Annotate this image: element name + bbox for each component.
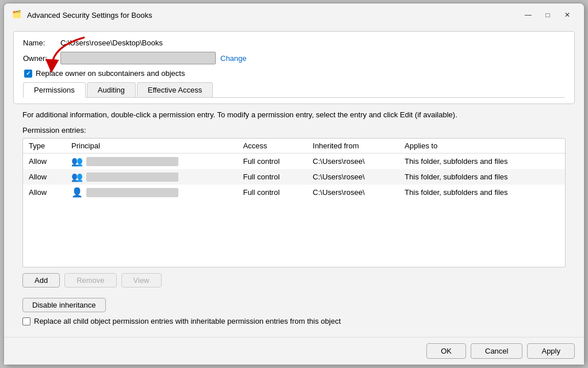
tab-effective-access[interactable]: Effective Access bbox=[137, 82, 213, 97]
cancel-button[interactable]: Cancel bbox=[471, 343, 522, 359]
replace-owner-label: Replace owner on subcontainers and objec… bbox=[36, 69, 185, 78]
content-area: Name: C:\Users\rosee\Desktop\Books Owner… bbox=[4, 25, 584, 337]
cell-access-3: Full control bbox=[237, 185, 307, 200]
col-inherited: Inherited from bbox=[307, 139, 399, 154]
user-icon-1: 👥 bbox=[71, 156, 83, 167]
owner-row: Owner: Change bbox=[23, 52, 565, 64]
name-row: Name: C:\Users\rosee\Desktop\Books bbox=[23, 39, 565, 47]
cell-type-2: Allow bbox=[23, 169, 66, 185]
bottom-section: Disable inheritance Replace all child ob… bbox=[13, 298, 575, 331]
principal-placeholder-1 bbox=[86, 157, 178, 166]
permission-table: Type Principal Access Inherited from App… bbox=[23, 139, 565, 200]
name-label: Name: bbox=[23, 39, 60, 47]
col-type: Type bbox=[23, 139, 66, 154]
add-button[interactable]: Add bbox=[22, 273, 60, 288]
replace-child-row: Replace all child object permission entr… bbox=[22, 317, 566, 325]
perm-entries-label: Permission entries: bbox=[22, 126, 566, 135]
info-text: For additional information, double-click… bbox=[22, 110, 566, 120]
main-window: 🗂️ Advanced Security Settings for Books … bbox=[3, 3, 585, 365]
tab-permissions[interactable]: Permissions bbox=[23, 82, 86, 98]
change-link[interactable]: Change bbox=[220, 54, 247, 63]
close-button[interactable]: ✕ bbox=[559, 9, 576, 21]
title-controls: — □ ✕ bbox=[520, 9, 576, 21]
main-content: For additional information, double-click… bbox=[13, 104, 575, 298]
cell-principal-3: 👤 bbox=[66, 185, 237, 200]
action-bar: OK Cancel Apply bbox=[4, 337, 584, 365]
col-principal: Principal bbox=[66, 139, 237, 154]
window-title: Advanced Security Settings for Books bbox=[27, 11, 152, 20]
inner-panel: Name: C:\Users\rosee\Desktop\Books Owner… bbox=[13, 31, 575, 104]
owner-label: Owner: bbox=[23, 54, 60, 63]
replace-child-label: Replace all child object permission entr… bbox=[34, 317, 341, 325]
cell-applies-1: This folder, subfolders and files bbox=[399, 154, 565, 170]
table-header-row: Type Principal Access Inherited from App… bbox=[23, 139, 565, 154]
principal-placeholder-2 bbox=[86, 172, 178, 182]
cell-applies-2: This folder, subfolders and files bbox=[399, 169, 565, 185]
table-row[interactable]: Allow 👥 Full control C:\Users\rosee\ Thi… bbox=[23, 169, 565, 185]
cell-applies-3: This folder, subfolders and files bbox=[399, 185, 565, 200]
apply-button[interactable]: Apply bbox=[527, 343, 575, 359]
cell-access-1: Full control bbox=[237, 154, 307, 170]
cell-type-1: Allow bbox=[23, 154, 66, 170]
view-button[interactable]: View bbox=[121, 273, 162, 288]
remove-button[interactable]: Remove bbox=[64, 273, 116, 288]
name-value: C:\Users\rosee\Desktop\Books bbox=[60, 39, 163, 47]
disable-inheritance-button[interactable]: Disable inheritance bbox=[22, 298, 106, 312]
cell-inherited-1: C:\Users\rosee\ bbox=[307, 154, 399, 170]
maximize-button[interactable]: □ bbox=[539, 9, 556, 21]
minimize-button[interactable]: — bbox=[520, 9, 537, 21]
cell-principal-2: 👥 bbox=[66, 169, 237, 185]
cell-inherited-3: C:\Users\rosee\ bbox=[307, 185, 399, 200]
user-icon-2: 👥 bbox=[71, 171, 83, 182]
tab-auditing[interactable]: Auditing bbox=[87, 82, 136, 97]
principal-placeholder-3 bbox=[86, 188, 178, 197]
cell-inherited-2: C:\Users\rosee\ bbox=[307, 169, 399, 185]
col-applies: Applies to bbox=[399, 139, 565, 154]
table-row[interactable]: Allow 👤 Full control C:\Users\rosee\ Thi… bbox=[23, 185, 565, 200]
permission-table-container: Type Principal Access Inherited from App… bbox=[22, 138, 566, 267]
title-bar-left: 🗂️ Advanced Security Settings for Books bbox=[12, 10, 152, 20]
replace-owner-row: Replace owner on subcontainers and objec… bbox=[24, 69, 565, 78]
replace-child-checkbox[interactable] bbox=[22, 317, 30, 325]
cell-type-3: Allow bbox=[23, 185, 66, 200]
replace-owner-checkbox[interactable] bbox=[24, 70, 32, 78]
ok-button[interactable]: OK bbox=[426, 343, 466, 359]
cell-principal-1: 👥 bbox=[66, 154, 237, 170]
user-icon-3: 👤 bbox=[71, 187, 83, 198]
window-icon: 🗂️ bbox=[12, 10, 22, 20]
table-buttons-row: Add Remove View bbox=[22, 273, 566, 288]
col-access: Access bbox=[237, 139, 307, 154]
owner-value-box bbox=[60, 52, 216, 64]
table-row[interactable]: Allow 👥 Full control C:\Users\rosee\ Thi… bbox=[23, 154, 565, 170]
cell-access-2: Full control bbox=[237, 169, 307, 185]
tabs-row: Permissions Auditing Effective Access bbox=[23, 82, 565, 98]
title-bar: 🗂️ Advanced Security Settings for Books … bbox=[4, 3, 584, 25]
